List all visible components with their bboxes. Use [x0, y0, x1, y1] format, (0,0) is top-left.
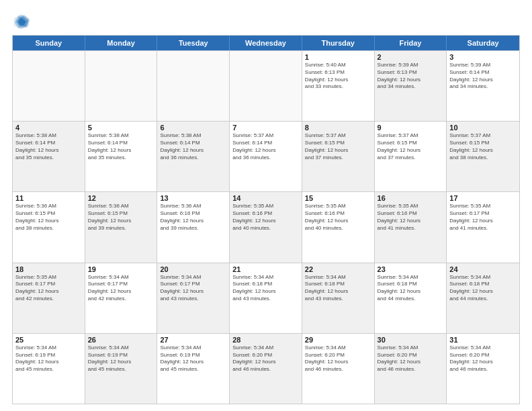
day-cell-5: 5Sunrise: 5:38 AM Sunset: 6:14 PM Daylig… [85, 122, 158, 191]
day-detail: Sunrise: 5:35 AM Sunset: 6:16 PM Dayligh… [232, 203, 299, 232]
day-detail: Sunrise: 5:35 AM Sunset: 6:16 PM Dayligh… [305, 203, 371, 232]
day-number: 5 [88, 124, 154, 132]
day-cell-25: 25Sunrise: 5:34 AM Sunset: 6:19 PM Dayli… [13, 334, 85, 404]
day-detail: Sunrise: 5:35 AM Sunset: 6:16 PM Dayligh… [378, 203, 444, 232]
day-detail: Sunrise: 5:34 AM Sunset: 6:18 PM Dayligh… [232, 274, 299, 303]
day-number: 8 [305, 124, 371, 132]
day-cell-8: 8Sunrise: 5:37 AM Sunset: 6:15 PM Daylig… [302, 122, 375, 191]
day-cell-27: 27Sunrise: 5:34 AM Sunset: 6:19 PM Dayli… [157, 334, 230, 404]
day-number: 1 [305, 53, 371, 61]
header-day-sunday: Sunday [13, 36, 85, 50]
day-number: 11 [15, 194, 82, 202]
day-cell-12: 12Sunrise: 5:36 AM Sunset: 6:15 PM Dayli… [85, 192, 158, 262]
day-number: 21 [232, 265, 299, 273]
day-cell-24: 24Sunrise: 5:34 AM Sunset: 6:18 PM Dayli… [447, 263, 519, 333]
day-cell-7: 7Sunrise: 5:37 AM Sunset: 6:14 PM Daylig… [230, 122, 302, 191]
day-cell-3: 3Sunrise: 5:39 AM Sunset: 6:14 PM Daylig… [447, 51, 519, 121]
calendar-row-4: 25Sunrise: 5:34 AM Sunset: 6:19 PM Dayli… [13, 333, 519, 404]
day-number: 7 [232, 124, 299, 132]
day-number: 30 [378, 336, 444, 344]
day-cell-28: 28Sunrise: 5:34 AM Sunset: 6:20 PM Dayli… [230, 334, 302, 404]
calendar-row-3: 18Sunrise: 5:35 AM Sunset: 6:17 PM Dayli… [13, 263, 519, 333]
day-number: 19 [88, 265, 154, 273]
day-number: 23 [378, 265, 444, 273]
day-detail: Sunrise: 5:34 AM Sunset: 6:17 PM Dayligh… [160, 274, 226, 303]
day-cell-21: 21Sunrise: 5:34 AM Sunset: 6:18 PM Dayli… [230, 263, 302, 333]
day-number: 16 [378, 194, 444, 202]
empty-cell-0-3 [230, 51, 302, 121]
day-detail: Sunrise: 5:39 AM Sunset: 6:13 PM Dayligh… [378, 62, 444, 91]
day-detail: Sunrise: 5:38 AM Sunset: 6:14 PM Dayligh… [15, 132, 82, 161]
empty-cell-0-0 [13, 51, 85, 121]
day-number: 4 [15, 124, 82, 132]
day-number: 18 [15, 265, 82, 273]
header-day-thursday: Thursday [302, 36, 375, 50]
day-number: 20 [160, 265, 226, 273]
day-cell-19: 19Sunrise: 5:34 AM Sunset: 6:17 PM Dayli… [85, 263, 158, 333]
logo [12, 12, 34, 31]
day-number: 15 [305, 194, 371, 202]
day-detail: Sunrise: 5:34 AM Sunset: 6:19 PM Dayligh… [160, 345, 226, 373]
day-detail: Sunrise: 5:37 AM Sunset: 6:15 PM Dayligh… [378, 132, 444, 161]
day-number: 2 [378, 53, 444, 61]
day-cell-29: 29Sunrise: 5:34 AM Sunset: 6:20 PM Dayli… [302, 334, 375, 404]
day-number: 12 [88, 194, 154, 202]
header-day-wednesday: Wednesday [230, 36, 302, 50]
day-cell-13: 13Sunrise: 5:36 AM Sunset: 6:16 PM Dayli… [157, 192, 230, 262]
day-number: 13 [160, 194, 226, 202]
day-cell-1: 1Sunrise: 5:40 AM Sunset: 6:13 PM Daylig… [302, 51, 375, 121]
day-number: 9 [378, 124, 444, 132]
header-day-tuesday: Tuesday [157, 36, 230, 50]
day-detail: Sunrise: 5:34 AM Sunset: 6:19 PM Dayligh… [88, 345, 154, 373]
day-cell-14: 14Sunrise: 5:35 AM Sunset: 6:16 PM Dayli… [230, 192, 302, 262]
day-number: 28 [232, 336, 299, 344]
day-detail: Sunrise: 5:36 AM Sunset: 6:16 PM Dayligh… [160, 203, 226, 232]
day-detail: Sunrise: 5:34 AM Sunset: 6:19 PM Dayligh… [15, 345, 82, 373]
day-cell-26: 26Sunrise: 5:34 AM Sunset: 6:19 PM Dayli… [85, 334, 158, 404]
day-detail: Sunrise: 5:37 AM Sunset: 6:15 PM Dayligh… [305, 132, 371, 161]
calendar-row-2: 11Sunrise: 5:36 AM Sunset: 6:15 PM Dayli… [13, 191, 519, 262]
header-day-saturday: Saturday [447, 36, 519, 50]
day-detail: Sunrise: 5:34 AM Sunset: 6:20 PM Dayligh… [378, 345, 444, 373]
day-cell-11: 11Sunrise: 5:36 AM Sunset: 6:15 PM Dayli… [13, 192, 85, 262]
day-detail: Sunrise: 5:34 AM Sunset: 6:20 PM Dayligh… [305, 345, 371, 373]
empty-cell-0-2 [157, 51, 230, 121]
calendar-body: 1Sunrise: 5:40 AM Sunset: 6:13 PM Daylig… [13, 50, 519, 404]
day-cell-6: 6Sunrise: 5:38 AM Sunset: 6:14 PM Daylig… [157, 122, 230, 191]
day-number: 29 [305, 336, 371, 344]
day-cell-16: 16Sunrise: 5:35 AM Sunset: 6:16 PM Dayli… [375, 192, 447, 262]
day-detail: Sunrise: 5:36 AM Sunset: 6:15 PM Dayligh… [15, 203, 82, 232]
day-detail: Sunrise: 5:36 AM Sunset: 6:15 PM Dayligh… [88, 203, 154, 232]
day-detail: Sunrise: 5:34 AM Sunset: 6:20 PM Dayligh… [449, 345, 517, 373]
day-cell-31: 31Sunrise: 5:34 AM Sunset: 6:20 PM Dayli… [447, 334, 519, 404]
day-cell-22: 22Sunrise: 5:34 AM Sunset: 6:18 PM Dayli… [302, 263, 375, 333]
day-cell-15: 15Sunrise: 5:35 AM Sunset: 6:16 PM Dayli… [302, 192, 375, 262]
day-detail: Sunrise: 5:35 AM Sunset: 6:17 PM Dayligh… [449, 203, 517, 232]
header-day-friday: Friday [375, 36, 447, 50]
day-number: 27 [160, 336, 226, 344]
day-cell-17: 17Sunrise: 5:35 AM Sunset: 6:17 PM Dayli… [447, 192, 519, 262]
day-cell-18: 18Sunrise: 5:35 AM Sunset: 6:17 PM Dayli… [13, 263, 85, 333]
day-cell-2: 2Sunrise: 5:39 AM Sunset: 6:13 PM Daylig… [375, 51, 447, 121]
day-number: 25 [15, 336, 82, 344]
day-detail: Sunrise: 5:38 AM Sunset: 6:14 PM Dayligh… [160, 132, 226, 161]
empty-cell-0-1 [85, 51, 158, 121]
day-number: 10 [449, 124, 517, 132]
day-number: 3 [449, 53, 517, 61]
day-detail: Sunrise: 5:34 AM Sunset: 6:18 PM Dayligh… [378, 274, 444, 303]
calendar-header: SundayMondayTuesdayWednesdayThursdayFrid… [13, 36, 519, 50]
page: SundayMondayTuesdayWednesdayThursdayFrid… [0, 0, 532, 411]
day-detail: Sunrise: 5:34 AM Sunset: 6:18 PM Dayligh… [305, 274, 371, 303]
day-cell-23: 23Sunrise: 5:34 AM Sunset: 6:18 PM Dayli… [375, 263, 447, 333]
day-detail: Sunrise: 5:34 AM Sunset: 6:20 PM Dayligh… [232, 345, 299, 373]
day-detail: Sunrise: 5:39 AM Sunset: 6:14 PM Dayligh… [449, 62, 517, 91]
day-cell-20: 20Sunrise: 5:34 AM Sunset: 6:17 PM Dayli… [157, 263, 230, 333]
day-cell-30: 30Sunrise: 5:34 AM Sunset: 6:20 PM Dayli… [375, 334, 447, 404]
day-detail: Sunrise: 5:34 AM Sunset: 6:17 PM Dayligh… [88, 274, 154, 303]
day-detail: Sunrise: 5:35 AM Sunset: 6:17 PM Dayligh… [15, 274, 82, 303]
day-cell-4: 4Sunrise: 5:38 AM Sunset: 6:14 PM Daylig… [13, 122, 85, 191]
header-day-monday: Monday [85, 36, 158, 50]
day-number: 6 [160, 124, 226, 132]
day-detail: Sunrise: 5:37 AM Sunset: 6:14 PM Dayligh… [232, 132, 299, 161]
calendar-row-1: 4Sunrise: 5:38 AM Sunset: 6:14 PM Daylig… [13, 121, 519, 191]
